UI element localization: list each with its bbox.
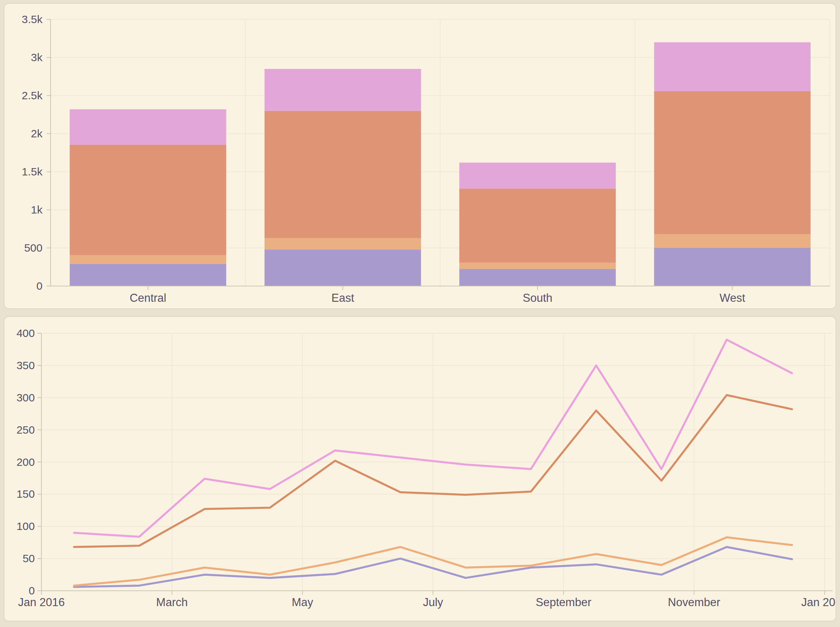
- x-tick-label: Jan 2017: [801, 596, 835, 609]
- y-tick-label: 2k: [31, 128, 43, 140]
- y-tick-label: 1k: [31, 204, 43, 216]
- y-tick-label: 150: [16, 488, 35, 500]
- category-label: Central: [130, 291, 166, 304]
- category-label: South: [523, 291, 552, 304]
- y-tick-label: 500: [24, 242, 43, 254]
- y-tick-label: 3.5k: [22, 13, 43, 25]
- bar-segment-purple-segment: [459, 269, 616, 286]
- stacked-bar-chart: CentralEastSouthWest05001k1.5k2k2.5k3k3.…: [5, 4, 835, 308]
- stacked-bar-south: [459, 162, 616, 286]
- y-tick-label: 3k: [31, 51, 43, 63]
- y-tick-label: 1.5k: [22, 165, 43, 178]
- bar-segment-salmon-segment: [265, 111, 421, 238]
- y-tick-label: 250: [16, 424, 35, 436]
- y-tick-label: 0: [36, 280, 43, 292]
- y-tick-label: 50: [23, 552, 35, 564]
- y-tick-label: 350: [16, 359, 35, 371]
- bar-segment-purple-segment: [654, 248, 811, 286]
- bar-segment-tan-segment: [459, 263, 616, 269]
- line-chart-card: 050100150200250300350400Jan 2016MarchMay…: [4, 316, 836, 622]
- bar-segment-purple-segment: [69, 264, 226, 286]
- line-chart: 050100150200250300350400Jan 2016MarchMay…: [5, 317, 835, 621]
- y-tick-label: 0: [28, 584, 35, 597]
- line-plot-area: 050100150200250300350400Jan 2016MarchMay…: [16, 327, 835, 609]
- y-tick-label: 100: [16, 520, 35, 532]
- y-tick-label: 200: [16, 456, 35, 468]
- x-tick-label: May: [292, 596, 313, 609]
- stacked-bar-chart-card: CentralEastSouthWest05001k1.5k2k2.5k3k3.…: [4, 3, 836, 309]
- stacked-bar-west: [654, 42, 811, 286]
- y-tick-label: 300: [16, 392, 35, 403]
- bar-segment-plum-segment: [459, 162, 616, 189]
- x-tick-label: Jan 2016: [18, 596, 65, 609]
- bar-segment-plum-segment: [265, 69, 421, 110]
- bar-segment-salmon-segment: [69, 145, 226, 255]
- category-label: East: [331, 291, 354, 304]
- stacked-bar-east: [265, 69, 421, 286]
- y-tick-label: 2.5k: [22, 89, 43, 101]
- category-label: West: [719, 291, 745, 304]
- x-tick-label: July: [423, 596, 444, 609]
- bar-segment-plum-segment: [69, 109, 226, 145]
- bar-plot-area: CentralEastSouthWest05001k1.5k2k2.5k3k3.…: [22, 13, 830, 304]
- bar-segment-salmon-segment: [459, 189, 616, 263]
- stacked-bar-central: [69, 109, 226, 286]
- bar-segment-salmon-segment: [654, 91, 811, 235]
- y-tick-label: 400: [16, 327, 35, 339]
- bar-segment-tan-segment: [654, 235, 811, 248]
- bar-segment-purple-segment: [265, 249, 421, 286]
- x-tick-label: November: [668, 596, 720, 609]
- bar-segment-plum-segment: [654, 42, 811, 91]
- bar-segment-tan-segment: [69, 255, 226, 264]
- x-tick-label: September: [536, 596, 592, 609]
- x-tick-label: March: [156, 596, 188, 609]
- bar-segment-tan-segment: [265, 238, 421, 249]
